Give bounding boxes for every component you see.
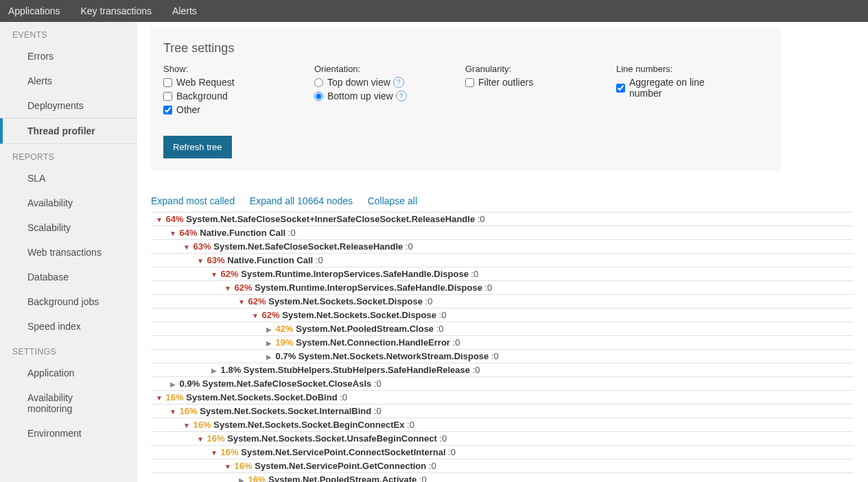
nav-alerts[interactable]: Alerts bbox=[172, 5, 197, 16]
nav-key-transactions[interactable]: Key transactions bbox=[81, 5, 152, 16]
nav-applications[interactable]: Applications bbox=[8, 5, 60, 16]
top-nav: Applications Key transactions Alerts bbox=[0, 0, 868, 22]
